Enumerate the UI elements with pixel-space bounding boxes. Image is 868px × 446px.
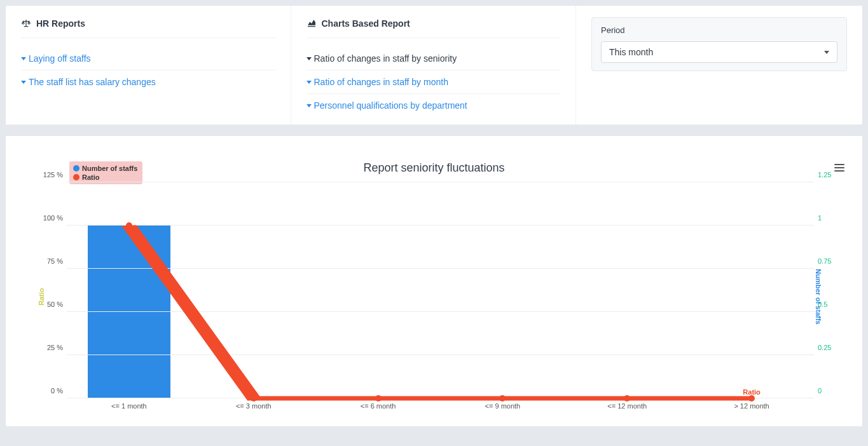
line-end-label: Ratio <box>743 388 761 396</box>
line-point[interactable] <box>251 395 257 402</box>
report-link[interactable]: Laying off staffs <box>21 47 275 71</box>
line-point[interactable] <box>126 222 132 229</box>
period-panel: Period This month <box>576 6 862 125</box>
report-link-label: Ratio of changes in staff by month <box>314 77 448 87</box>
y-tick-left: 75 % <box>47 257 67 265</box>
report-link-label: The staff list has salary changes <box>29 77 156 87</box>
line-point[interactable] <box>748 395 755 402</box>
y-tick-right: 1 <box>814 214 822 222</box>
hr-reports-title-text: HR Reports <box>36 18 85 29</box>
caret-down-icon <box>307 104 312 107</box>
chart-legend[interactable]: Number of staffs Ratio <box>69 161 142 184</box>
hr-reports-title: HR Reports <box>21 18 275 38</box>
hr-reports-panel: HR Reports Laying off staffsThe staff li… <box>6 6 291 125</box>
y-tick-right: 0 <box>814 387 822 395</box>
caret-down-icon <box>21 81 26 84</box>
scales-icon <box>21 18 31 29</box>
legend-label-ratio: Ratio <box>82 173 100 182</box>
y-tick-right: 1.25 <box>814 171 831 179</box>
y-tick-left: 0 % <box>51 387 67 395</box>
period-label: Period <box>601 25 837 35</box>
chevron-down-icon <box>824 51 829 54</box>
x-tick: <= 3 month <box>191 402 316 414</box>
charts-reports-panel: Charts Based Report Ratio of changes in … <box>291 6 577 125</box>
y-tick-right: 0.25 <box>814 344 831 351</box>
legend-item-ratio[interactable]: Ratio <box>73 173 137 182</box>
legend-dot-icon <box>73 174 79 180</box>
charts-reports-title: Charts Based Report <box>307 18 561 38</box>
y-axis-label-left: Ratio <box>38 288 45 306</box>
y-tick-right: 0.5 <box>814 301 827 308</box>
y-tick-left: 100 % <box>43 214 67 222</box>
chart-panel: Report seniority fluctuations Number of … <box>5 135 863 427</box>
line-point[interactable] <box>375 395 382 402</box>
period-box: Period This month <box>591 17 847 71</box>
y-tick-left: 25 % <box>47 344 67 351</box>
legend-label-staffs: Number of staffs <box>82 164 137 173</box>
area-chart-icon <box>307 18 317 29</box>
top-panels: HR Reports Laying off staffsThe staff li… <box>5 5 863 125</box>
chart-menu-button[interactable] <box>834 164 844 172</box>
report-link-label: Ratio of changes in staff by seniority <box>314 53 457 64</box>
report-link[interactable]: Ratio of changes in staff by month <box>307 71 561 94</box>
report-link[interactable]: Personnel qualifications by department <box>307 94 561 117</box>
y-axis-label-right: Number of staffs <box>814 269 822 324</box>
line-point[interactable] <box>624 395 630 402</box>
x-tick: <= 9 month <box>440 402 565 414</box>
y-tick-left: 50 % <box>47 301 67 308</box>
report-link[interactable]: Ratio of changes in staff by seniority <box>307 47 561 71</box>
x-tick: > 12 month <box>689 402 814 414</box>
report-link-label: Laying off staffs <box>29 53 91 64</box>
report-link-label: Personnel qualifications by department <box>314 100 467 111</box>
x-tick: <= 12 month <box>565 402 689 414</box>
report-link[interactable]: The staff list has salary changes <box>21 71 275 93</box>
x-tick: <= 6 month <box>316 402 441 414</box>
x-tick: <= 1 month <box>67 402 191 414</box>
period-select-value: This month <box>609 47 653 57</box>
y-tick-right: 0.75 <box>814 257 831 265</box>
line-point[interactable] <box>499 395 506 402</box>
y-tick-left: 125 % <box>43 171 67 179</box>
caret-down-icon <box>307 57 312 60</box>
plot-area: Ratio Number of staffs <= 1 month<= 3 mo… <box>67 182 814 411</box>
legend-dot-icon <box>73 165 79 172</box>
period-select[interactable]: This month <box>601 41 837 63</box>
chart-title: Report seniority fluctuations <box>22 161 846 175</box>
hr-reports-list: Laying off staffsThe staff list has sala… <box>21 47 275 93</box>
caret-down-icon <box>307 81 312 84</box>
legend-item-staffs[interactable]: Number of staffs <box>73 164 137 173</box>
charts-reports-list: Ratio of changes in staff by seniorityRa… <box>307 47 561 117</box>
caret-down-icon <box>21 57 26 60</box>
charts-reports-title-text: Charts Based Report <box>322 18 410 29</box>
